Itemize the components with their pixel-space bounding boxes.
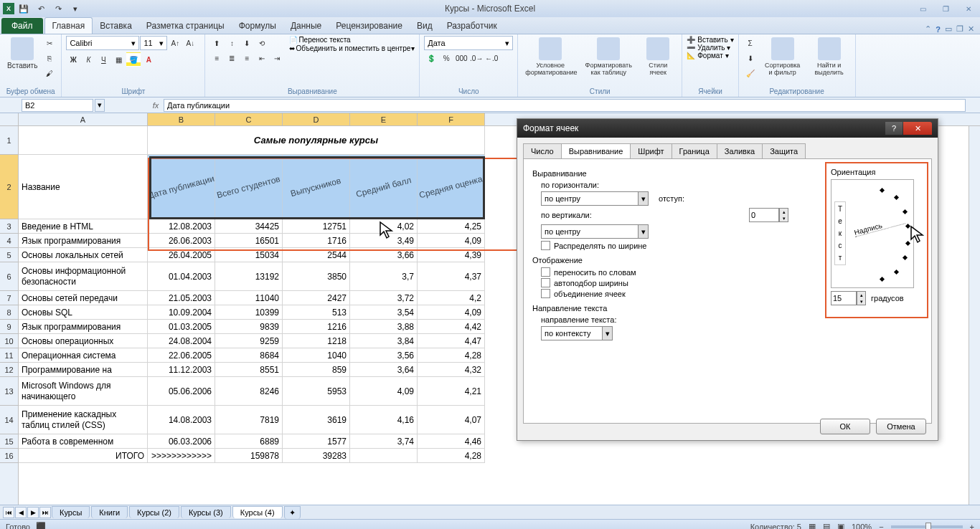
cell-D16[interactable]: 39283 [283, 449, 350, 463]
cell-E4[interactable]: 3,49 [350, 234, 418, 248]
align-right-icon[interactable]: ≡ [240, 51, 254, 65]
sheet-nav-next-icon[interactable]: ▶ [27, 507, 39, 518]
view-page-layout-icon[interactable]: ▤ [823, 522, 830, 529]
decrease-indent-icon[interactable]: ⇤ [255, 51, 269, 65]
cell-D8[interactable]: 513 [283, 305, 350, 320]
cancel-button[interactable]: Отмена [876, 419, 926, 434]
autosum-icon[interactable]: Σ [743, 36, 758, 50]
cell-C5[interactable]: 15034 [215, 248, 283, 262]
cell-E13[interactable]: 4,09 [350, 377, 418, 406]
format-painter-icon[interactable]: 🖌 [42, 66, 57, 80]
cell-B12[interactable]: 11.12.2003 [148, 363, 215, 377]
cell-F5[interactable]: 4,39 [418, 248, 485, 262]
cell-D6[interactable]: 3850 [283, 262, 350, 291]
cell-D7[interactable]: 2427 [283, 291, 350, 305]
cell-F14[interactable]: 4,07 [418, 406, 485, 434]
row-header-3[interactable]: 3 [0, 219, 18, 234]
row-header-14[interactable]: 14 [0, 406, 18, 434]
cell-C4[interactable]: 16501 [215, 234, 283, 248]
cell-D14[interactable]: 3619 [283, 406, 350, 434]
sheet-tab-Курсы-3-[interactable]: Курсы (3) [181, 506, 231, 518]
cell-A13[interactable]: Microsoft Windows для начинающего [19, 377, 148, 406]
font-color-icon[interactable]: A [141, 52, 156, 67]
ok-button[interactable]: ОК [820, 419, 870, 434]
align-bottom-icon[interactable]: ⬇ [240, 36, 254, 50]
cell-E14[interactable]: 4,16 [350, 406, 418, 434]
header-col-D[interactable]: Выпускников [283, 155, 350, 219]
cell-B8[interactable]: 10.09.2004 [148, 305, 215, 320]
wrap-text-icon[interactable]: 📄 [289, 36, 298, 44]
cell-E16[interactable] [350, 449, 418, 463]
cell-B4[interactable]: 26.06.2003 [148, 234, 215, 248]
copy-icon[interactable]: ⎘ [42, 51, 57, 65]
cell-C13[interactable]: 8246 [215, 377, 283, 406]
col-header-A[interactable]: A [19, 113, 148, 125]
dlg-tab-alignment[interactable]: Выравнивание [561, 143, 631, 158]
dialog-help-icon[interactable]: ? [885, 122, 903, 135]
file-tab[interactable]: Файл [1, 18, 43, 34]
cell-A6[interactable]: Основы информационной безопасности [19, 262, 148, 291]
header-col-C[interactable]: Всего студентов [215, 155, 283, 219]
row-header-13[interactable]: 13 [0, 377, 18, 406]
qat-redo-icon[interactable]: ↷ [50, 1, 66, 16]
dialog-title-bar[interactable]: Формат ячеек ? ✕ [517, 119, 938, 138]
zoom-slider[interactable] [891, 525, 963, 528]
cell-E3[interactable]: 4,02 [350, 219, 418, 234]
cell-styles-button[interactable]: Стили ячеек [639, 36, 677, 77]
cell-E7[interactable]: 3,72 [350, 291, 418, 305]
row-header-5[interactable]: 5 [0, 248, 18, 262]
find-select-button[interactable]: Найти и выделить [808, 36, 851, 77]
cell-D5[interactable]: 2544 [283, 248, 350, 262]
cell-B7[interactable]: 21.05.2003 [148, 291, 215, 305]
col-header-B[interactable]: B [148, 113, 215, 125]
row-header-8[interactable]: 8 [0, 305, 18, 320]
row-header-2[interactable]: 2 [0, 155, 18, 219]
delete-cells-icon[interactable]: ➖ [687, 44, 695, 52]
cell-C3[interactable]: 34425 [215, 219, 283, 234]
merge-icon[interactable]: ⬌ [289, 44, 295, 52]
cell-F10[interactable]: 4,47 [418, 334, 485, 348]
currency-icon[interactable]: 💲 [424, 51, 438, 65]
name-box[interactable]: B2 [22, 99, 93, 112]
restore-icon[interactable]: ❐ [937, 3, 954, 14]
sheet-nav-first-icon[interactable]: ⏮ [3, 507, 14, 518]
tab-review[interactable]: Рецензирование [329, 18, 410, 34]
col-header-F[interactable]: F [418, 113, 485, 125]
cell-C16[interactable]: 159878 [215, 449, 283, 463]
underline-icon[interactable]: Ч [96, 52, 110, 67]
zoom-in-icon[interactable]: + [970, 523, 974, 530]
dlg-tab-font[interactable]: Шрифт [630, 143, 672, 158]
close-icon[interactable]: ✕ [960, 3, 977, 14]
tab-formulas[interactable]: Формулы [232, 18, 283, 34]
sort-filter-button[interactable]: Сортировка и фильтр [760, 36, 806, 77]
col-header-E[interactable]: E [350, 113, 418, 125]
doc-restore-icon[interactable]: ❐ [956, 24, 963, 34]
formula-input[interactable]: Дата публикации [164, 99, 966, 112]
cell-E6[interactable]: 3,7 [350, 262, 418, 291]
row-header-6[interactable]: 6 [0, 262, 18, 291]
cell-F4[interactable]: 4,09 [418, 234, 485, 248]
tab-developer[interactable]: Разработчик [440, 18, 504, 34]
cell-D3[interactable]: 12751 [283, 219, 350, 234]
border-icon[interactable]: ▦ [111, 52, 126, 67]
sheet-tab-Курсы-2-[interactable]: Курсы (2) [129, 506, 179, 518]
row-header-4[interactable]: 4 [0, 234, 18, 248]
cell-D11[interactable]: 1040 [283, 348, 350, 363]
cell-C15[interactable]: 6889 [215, 434, 283, 449]
dlg-tab-protection[interactable]: Защита [762, 143, 806, 158]
format-cells-icon[interactable]: 📐 [687, 52, 695, 59]
cell-C6[interactable]: 13192 [215, 262, 283, 291]
align-middle-icon[interactable]: ↕ [225, 36, 239, 50]
tab-view[interactable]: Вид [410, 18, 440, 34]
bold-icon[interactable]: Ж [66, 52, 80, 67]
align-center-icon[interactable]: ≣ [225, 51, 239, 65]
cell-C14[interactable]: 7819 [215, 406, 283, 434]
cell-F8[interactable]: 4,09 [418, 305, 485, 320]
cell-A4[interactable]: Язык программирования [19, 234, 148, 248]
horizontal-align-select[interactable]: по центру▾ [541, 191, 649, 206]
cell-B5[interactable]: 26.04.2005 [148, 248, 215, 262]
cell-B10[interactable]: 24.08.2004 [148, 334, 215, 348]
dlg-tab-fill[interactable]: Заливка [717, 143, 763, 158]
orientation-vertical-text[interactable]: Текст [834, 201, 846, 265]
cell-E9[interactable]: 3,88 [350, 320, 418, 334]
